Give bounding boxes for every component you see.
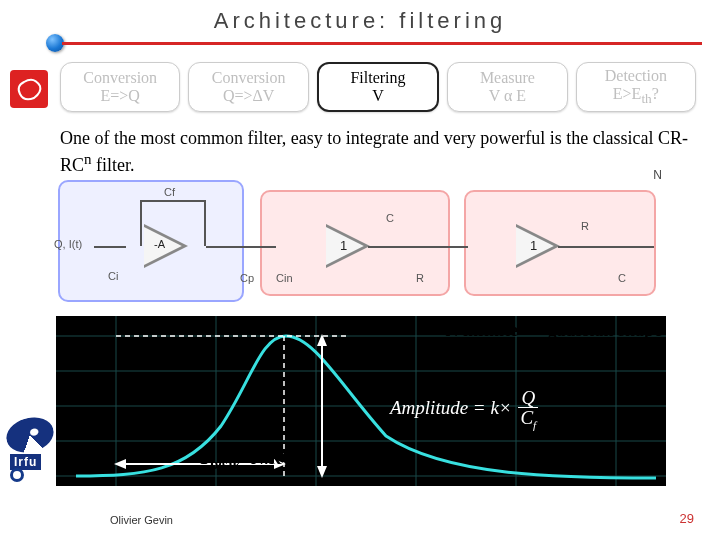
waveform-plot-icon [56, 316, 666, 486]
res-r2: R [581, 220, 589, 232]
stage-detection: Detection E>Eth? [576, 62, 696, 112]
wire [206, 246, 276, 248]
slide-title: Architecture: filtering [0, 8, 720, 34]
pipeline-row: Conversion E=>Q Conversion Q=>ΔV Filteri… [60, 62, 696, 112]
cea-logo-icon [10, 70, 48, 108]
irfu-logo-icon: Irfu [10, 418, 52, 470]
stage-line1: Conversion [83, 69, 157, 87]
stage-line1: Conversion [212, 69, 286, 87]
wire [140, 200, 142, 246]
stage-line1: Detection [605, 67, 667, 85]
gaussian-annotation: N infinite => gaussian shape [445, 320, 662, 341]
tpeak-annotation: Tpeak=N.RC [198, 448, 295, 473]
formula-numerator: Q [518, 388, 538, 408]
stage-line2: V [372, 87, 384, 105]
footer-author: Olivier Gevin [110, 514, 173, 526]
stage-conversion-qdv: Conversion Q=>ΔV [188, 62, 308, 112]
wire [558, 246, 654, 248]
wire [94, 246, 126, 248]
opamp-diff-icon [326, 224, 370, 268]
circuit-diagram: N Q, I(t) Ci -A Cf Cp Cin 1 C R 1 R C [56, 180, 666, 310]
amplitude-formula: Amplitude = k× Q Cf [390, 388, 538, 431]
wire [368, 246, 468, 248]
n-stages-label: N [653, 168, 662, 182]
body-paragraph: One of the most common filter, easy to i… [60, 128, 692, 176]
partner-logo-icon [10, 468, 24, 482]
stage-line2: V α E [489, 87, 526, 105]
stage-measure: Measure V α E [447, 62, 567, 112]
cap-cin: Cin [276, 272, 293, 284]
title-underline [62, 42, 702, 45]
opamp-intg-icon [516, 224, 560, 268]
amp-label-unity2: 1 [530, 238, 537, 253]
stage-line2: E>Eth? [613, 85, 659, 107]
waveform-panel [56, 316, 666, 486]
cap-cp: Cp [240, 272, 254, 284]
stage-line1: Measure [480, 69, 535, 87]
footer-page-number: 29 [680, 511, 694, 526]
amp-label-preamp: -A [154, 238, 165, 250]
stage-line1: Filtering [350, 69, 405, 87]
res-r1: R [416, 272, 424, 284]
formula-lhs: Amplitude = k× [390, 397, 512, 418]
stage-conversion-eq: Conversion E=>Q [60, 62, 180, 112]
cap-ci: Ci [108, 270, 118, 282]
cap-c2: C [618, 272, 626, 284]
stage-line2: E=>Q [101, 87, 140, 105]
cap-c1: C [386, 212, 394, 224]
wire [140, 200, 206, 202]
input-label: Q, I(t) [54, 238, 82, 250]
stage-filtering: Filtering V [317, 62, 439, 112]
cap-cf: Cf [164, 186, 175, 198]
opamp-preamp-icon [144, 224, 188, 268]
amp-label-unity1: 1 [340, 238, 347, 253]
integrator-block [464, 190, 656, 296]
wire [204, 200, 206, 246]
stage-line2: Q=>ΔV [223, 87, 274, 105]
formula-denominator: Cf [520, 407, 536, 428]
